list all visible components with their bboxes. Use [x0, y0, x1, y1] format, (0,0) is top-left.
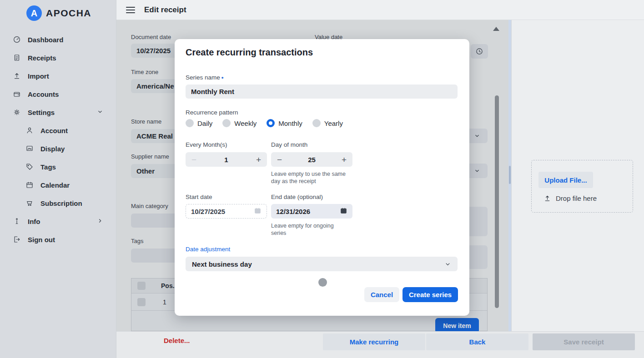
hamburger-menu-icon[interactable] — [126, 5, 135, 15]
day-of-month-stepper: − 25 + — [271, 152, 352, 167]
chevron-down-icon[interactable] — [97, 109, 103, 116]
plus-icon[interactable]: + — [342, 155, 347, 164]
sidebar-item-account[interactable]: Account — [0, 121, 116, 139]
radio-daily[interactable]: Daily — [186, 119, 212, 127]
upload-dropzone[interactable]: Upload File... Drop file here — [531, 160, 633, 213]
day-of-month-value: 25 — [308, 156, 316, 164]
topbar: Edit receipt — [116, 0, 644, 20]
series-name-input[interactable]: Monthly Rent — [186, 85, 458, 99]
gear-icon — [13, 108, 21, 116]
page-scrollbar-thumb[interactable] — [509, 166, 511, 184]
signout-icon — [13, 235, 21, 244]
person-icon — [25, 126, 34, 134]
sidebar-item-subscription[interactable]: Subscription — [0, 194, 116, 212]
calendar-icon[interactable] — [254, 207, 262, 216]
radio-icon — [186, 119, 194, 127]
sidebar-item-signout[interactable]: Sign out — [0, 230, 116, 249]
sidebar-item-label: Accounts — [28, 90, 59, 98]
sidebar-item-tags[interactable]: Tags — [0, 158, 116, 176]
back-button[interactable]: Back — [426, 333, 528, 350]
upload-icon — [543, 194, 551, 202]
sidebar: A APOCHA Dashboard Receipts Import Accou… — [0, 0, 116, 358]
main-area: Document date 10/27/2025 Value date Time… — [116, 20, 644, 331]
sidebar-item-settings[interactable]: Settings — [0, 103, 116, 121]
sidebar-item-label: Dashboard — [28, 36, 63, 44]
create-recurring-modal: Create recurring transactions Series nam… — [175, 39, 469, 316]
sidebar-item-label: Info — [28, 218, 40, 225]
sidebar-item-dashboard[interactable]: Dashboard — [0, 30, 116, 49]
radio-selected-icon — [267, 119, 275, 127]
day-of-month-label: Day of month — [271, 141, 307, 148]
make-recurring-button[interactable]: Make recurring — [323, 333, 425, 350]
sidebar-item-calendar[interactable]: Calendar — [0, 176, 116, 194]
radio-weekly[interactable]: Weekly — [222, 119, 257, 127]
info-icon — [13, 217, 21, 225]
sidebar-item-label: Sign out — [28, 236, 55, 244]
calendar-icon[interactable] — [340, 207, 347, 216]
display-icon — [25, 144, 34, 153]
sidebar-item-display[interactable]: Display — [0, 139, 116, 158]
sidebar-item-label: Account — [40, 127, 68, 134]
radio-yearly[interactable]: Yearly — [312, 119, 343, 127]
app-root: A APOCHA Dashboard Receipts Import Accou… — [0, 0, 644, 358]
sidebar-item-label: Settings — [28, 109, 55, 116]
scroll-up-arrow-icon[interactable] — [493, 27, 499, 31]
end-date-input[interactable]: 12/31/2026 — [271, 204, 352, 219]
loading-dot — [318, 278, 327, 287]
page-scrollbar[interactable] — [508, 20, 511, 331]
cart-icon — [25, 199, 34, 207]
plus-icon[interactable]: + — [256, 155, 261, 164]
sidebar-item-label: Receipts — [28, 54, 56, 62]
recurrence-pattern-label: Recurrence pattern — [186, 109, 238, 116]
end-date-hint: Leave empty for ongoing series — [271, 222, 344, 237]
calendar-icon — [25, 181, 34, 189]
modal-title: Create recurring transactions — [186, 47, 313, 58]
file-panel: Upload File... Drop file here — [512, 20, 644, 331]
app-name: APOCHA — [46, 8, 91, 19]
delete-button[interactable]: Delete... — [164, 337, 190, 344]
footer-bar: Delete... Make recurring Back Save recei… — [116, 331, 644, 358]
wallet-icon — [13, 90, 21, 98]
every-month-label: Every Month(s) — [186, 141, 227, 148]
radio-icon — [312, 119, 321, 127]
required-marker: • — [221, 74, 224, 81]
save-receipt-button[interactable]: Save receipt — [533, 333, 635, 350]
chevron-right-icon[interactable] — [97, 218, 103, 225]
sidebar-item-info[interactable]: Info — [0, 212, 116, 230]
app-logo[interactable]: A APOCHA — [0, 0, 116, 22]
sidebar-item-label: Display — [40, 145, 65, 153]
sidebar-nav: Dashboard Receipts Import Accounts Setti… — [0, 30, 116, 249]
minus-icon[interactable]: − — [277, 155, 282, 164]
tag-icon — [25, 163, 34, 171]
sidebar-item-receipts[interactable]: Receipts — [0, 49, 116, 67]
cancel-button[interactable]: Cancel — [364, 287, 399, 302]
radio-monthly[interactable]: Monthly — [267, 119, 302, 127]
start-date-input[interactable]: 10/27/2025 — [186, 204, 267, 219]
sidebar-item-label: Calendar — [40, 181, 70, 189]
drop-hint: Drop file here — [543, 194, 597, 202]
every-month-stepper: − 1 + — [186, 152, 267, 167]
date-adjustment-select[interactable]: Next business day — [186, 257, 458, 271]
chevron-down-icon — [444, 261, 451, 268]
page-title: Edit receipt — [144, 5, 186, 15]
every-month-value: 1 — [224, 156, 228, 164]
sidebar-item-accounts[interactable]: Accounts — [0, 85, 116, 103]
sidebar-item-import[interactable]: Import — [0, 67, 116, 85]
radio-icon — [222, 119, 231, 127]
upload-file-button[interactable]: Upload File... — [538, 172, 593, 188]
upload-icon — [13, 72, 21, 80]
logo-icon: A — [26, 5, 42, 21]
create-series-button[interactable]: Create series — [402, 287, 458, 302]
receipt-icon — [13, 54, 21, 62]
inner-scrollbar-thumb[interactable] — [495, 95, 499, 308]
series-name-label: Series name• — [186, 74, 224, 81]
date-adjustment-label[interactable]: Date adjustment — [186, 246, 230, 253]
recurrence-radio-group: Daily Weekly Monthly Yearly — [186, 119, 343, 127]
sidebar-item-label: Tags — [40, 163, 56, 171]
start-date-label: Start date — [186, 194, 212, 200]
minus-icon[interactable]: − — [191, 155, 196, 164]
end-date-label: End date (optional) — [271, 194, 323, 200]
day-of-month-hint: Leave empty to use the same day as the r… — [271, 170, 352, 185]
sidebar-item-label: Import — [28, 72, 49, 80]
sidebar-item-label: Subscription — [40, 199, 82, 207]
